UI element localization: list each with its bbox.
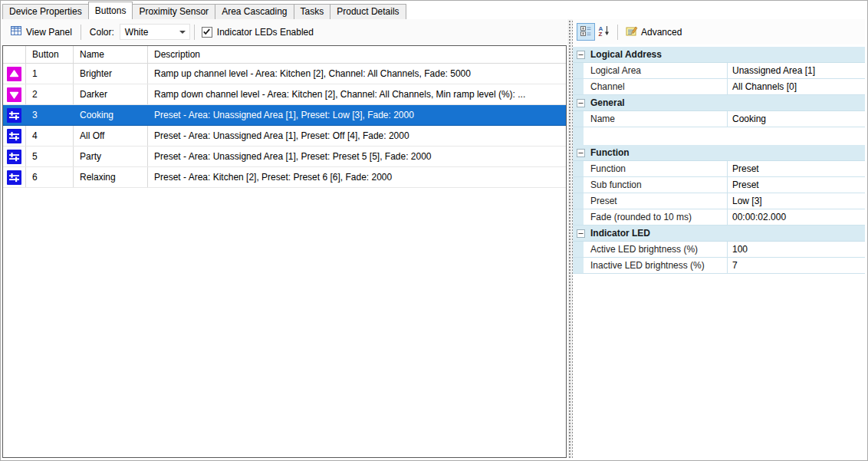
button-description-cell[interactable]: Ramp up channel level - Area: Kitchen [2… [148,64,566,84]
collapse-toggle-icon[interactable] [577,229,585,238]
button-type-icon-cell[interactable] [3,126,26,146]
property-value[interactable]: All Channels [0] [728,79,865,94]
property-row-preset: PresetLow [3] [573,193,865,209]
property-row-gutter [573,209,584,225]
button-type-icon-cell[interactable] [3,167,26,187]
property-value[interactable]: Unassigned Area [1] [728,63,865,78]
property-name: Name [584,111,728,127]
property-value[interactable]: Preset [728,177,865,193]
button-type-icon-cell[interactable] [3,147,26,166]
button-number-cell[interactable]: 3 [26,105,74,125]
preset-icon [7,170,21,185]
button-number-cell[interactable]: 2 [26,84,74,104]
indicator-leds-label: Indicator LEDs Enabled [217,27,314,38]
table-header-row: ButtonNameDescription [3,46,566,64]
category-title: Logical Address [590,49,662,60]
column-header-description[interactable]: Description [148,46,566,64]
property-category-general[interactable]: General [573,95,865,111]
property-row-name: NameCooking [573,111,865,127]
button-name-cell[interactable]: Party [74,147,148,166]
pane-splitter[interactable] [567,19,573,458]
table-row-button-6[interactable]: 6RelaxingPreset - Area: Kitchen [2], Pre… [3,167,566,188]
table-row-button-1[interactable]: 1BrighterRamp up channel level - Area: K… [3,64,566,84]
property-value[interactable]: 7 [728,258,865,273]
property-value[interactable]: 100 [728,242,865,257]
button-name-cell[interactable]: Brighter [74,64,148,84]
property-name: Preset [584,193,728,209]
sort-alphabetical-button[interactable]: AZ [595,23,613,41]
button-number-cell[interactable]: 6 [26,167,74,187]
button-number-cell[interactable]: 5 [26,147,74,166]
property-name: Channel [584,79,728,94]
column-header-icon[interactable] [3,46,26,64]
button-name-cell[interactable]: All Off [74,126,148,146]
property-name: Sub function [584,177,728,193]
button-description-cell[interactable]: Preset - Area: Unassigned Area [1], Pres… [148,126,566,146]
tab-buttons[interactable]: Buttons [88,2,133,19]
button-description-cell[interactable]: Preset - Area: Kitchen [2], Preset: Pres… [148,167,566,187]
toolbar-separator [617,25,618,40]
tab-strip: Device PropertiesButtonsProximity Sensor… [2,2,866,19]
button-type-icon-cell[interactable] [3,105,26,125]
property-value[interactable]: Cooking [728,111,865,127]
column-header-name[interactable]: Name [74,46,148,64]
tab-area-cascading[interactable]: Area Cascading [215,4,294,19]
button-name-cell[interactable]: Cooking [74,105,148,125]
view-panel-label: View Panel [26,27,72,38]
property-value[interactable]: Preset [728,161,865,176]
property-row-channel: ChannelAll Channels [0] [573,79,865,95]
button-name-cell[interactable]: Darker [74,84,148,104]
advanced-edit-icon [626,25,638,39]
property-row-gutter [573,79,584,94]
button-description-cell[interactable]: Preset - Area: Unassigned Area [1], Pres… [148,147,566,166]
table-row-button-5[interactable]: 5PartyPreset - Area: Unassigned Area [1]… [3,147,566,167]
property-value[interactable]: 00:00:02.000 [728,209,865,225]
collapse-toggle-icon[interactable] [577,149,585,157]
sort-alphabetical-icon: AZ [598,25,610,39]
view-panel-button[interactable]: View Panel [5,22,77,41]
property-row-gutter [573,242,584,257]
table-row-button-4[interactable]: 4All OffPreset - Area: Unassigned Area [… [3,126,566,147]
tab-proximity-sensor[interactable]: Proximity Sensor [132,4,215,19]
indicator-leds-checkbox[interactable] [202,27,212,38]
table-row-button-3[interactable]: 3CookingPreset - Area: Unassigned Area [… [3,105,566,126]
device-configuration-window: Device PropertiesButtonsProximity Sensor… [0,0,868,461]
ramp-up-icon [7,67,21,81]
button-description-cell[interactable]: Ramp down channel level - Area: Kitchen … [148,84,566,104]
toolbar-separator [194,25,195,40]
button-type-icon-cell[interactable] [3,84,26,104]
ramp-down-icon [7,87,21,102]
view-panel-grid-icon [10,25,22,39]
button-number-cell[interactable]: 1 [26,64,74,84]
collapse-toggle-icon[interactable] [577,99,585,107]
property-row-gutter [573,111,584,127]
column-header-button[interactable]: Button [26,46,74,64]
button-number-cell[interactable]: 4 [26,126,74,146]
button-description-cell[interactable]: Preset - Area: Unassigned Area [1], Pres… [148,105,566,125]
property-category-function[interactable]: Function [573,145,865,161]
property-name: Function [584,161,728,176]
table-row-button-2[interactable]: 2DarkerRamp down channel level - Area: K… [3,84,566,105]
property-grid: Logical AddressLogical AreaUnassigned Ar… [573,47,865,458]
tab-tasks[interactable]: Tasks [294,4,331,19]
tab-product-details[interactable]: Product Details [330,4,406,19]
buttons-table-body: 1BrighterRamp up channel level - Area: K… [3,64,566,188]
button-name-cell[interactable]: Relaxing [74,167,148,187]
property-value[interactable]: Low [3] [728,193,865,209]
tab-device-properties[interactable]: Device Properties [2,4,89,19]
property-row-function: FunctionPreset [573,161,865,177]
property-row-gutter [573,193,584,209]
color-select[interactable]: White [120,24,190,40]
property-category-logical-address[interactable]: Logical Address [573,47,865,63]
collapse-toggle-icon[interactable] [577,51,585,59]
property-category-indicator-led[interactable]: Indicator LED [573,226,865,242]
button-type-icon-cell[interactable] [3,64,26,84]
property-row-gutter [573,127,584,145]
property-row-gutter [573,258,584,273]
categorized-icon [580,25,592,39]
property-toolbar: AZ Advanced [573,19,865,44]
categorized-button[interactable] [577,23,595,41]
property-name: Inactive LED brightness (%) [584,258,728,273]
advanced-button[interactable]: Advanced [622,23,688,41]
property-panel: AZ Advanced Logical AddressLogical AreaU… [573,19,865,458]
